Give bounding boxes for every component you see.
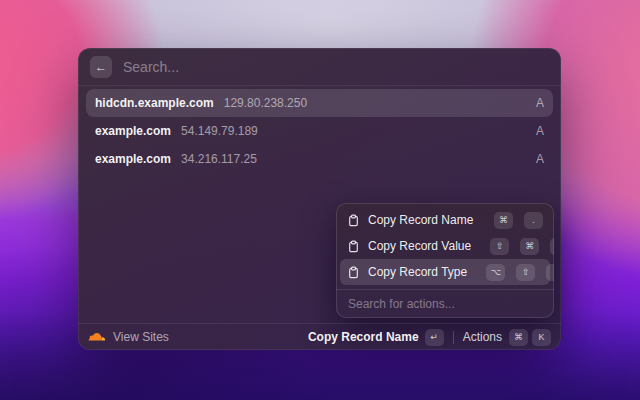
view-sites-label: View Sites [113,330,169,344]
action-item-copy-record-type[interactable]: Copy Record Type ⌥ ⇧ . [340,259,550,285]
keycap-shift: ⇧ [516,264,535,281]
keycap-k: K [532,329,551,346]
record-type-badge: A [536,152,544,166]
keycap-shift: ⇧ [490,238,509,255]
keycap-period: . [546,264,554,281]
record-value: 34.216.117.25 [181,152,257,166]
cloudflare-icon [88,332,106,343]
action-label: Copy Record Value [368,239,471,253]
record-name: example.com [95,124,171,138]
back-arrow-icon: ← [95,60,107,74]
keycap-period: . [550,238,554,255]
actions-search-input[interactable]: Search for actions... [336,290,554,318]
record-name: example.com [95,152,171,166]
record-type-badge: A [536,124,544,138]
status-bar: View Sites Copy Record Name ↵ Actions ⌘ … [78,323,561,350]
search-header: ← Search... [78,48,561,86]
clipboard-icon [347,240,360,253]
record-value: 129.80.238.250 [224,96,307,110]
record-row[interactable]: example.com 34.216.117.25 A [86,145,553,173]
back-button[interactable]: ← [90,56,112,78]
record-value: 54.149.79.189 [181,124,258,138]
record-row[interactable]: hidcdn.example.com 129.80.238.250 A [86,89,553,117]
action-label: Copy Record Name [368,213,473,227]
record-row[interactable]: example.com 54.149.79.189 A [86,117,553,145]
actions-list: Copy Record Name ⌘ . Copy Record Value ⇧… [336,203,554,289]
action-item-copy-record-value[interactable]: Copy Record Value ⇧ ⌘ . [340,233,550,259]
keycap-cmd: ⌘ [509,329,528,346]
clipboard-icon [347,266,360,279]
primary-action-label: Copy Record Name [308,330,419,344]
action-item-copy-record-name[interactable]: Copy Record Name ⌘ . [340,207,550,233]
primary-action-button[interactable]: Copy Record Name ↵ [308,329,444,346]
keycap-cmd: ⌘ [520,238,539,255]
actions-button-label: Actions [463,330,502,344]
keycap-period: . [524,212,543,229]
launcher-window: ← Search... hidcdn.example.com 129.80.23… [78,48,561,350]
clipboard-icon [347,214,360,227]
actions-popover: Copy Record Name ⌘ . Copy Record Value ⇧… [336,203,554,318]
actions-button[interactable]: Actions ⌘ K [463,329,551,346]
action-label: Copy Record Type [368,265,467,279]
search-input[interactable]: Search... [123,59,179,75]
keycap-cmd: ⌘ [494,212,513,229]
record-list: hidcdn.example.com 129.80.238.250 A exam… [78,86,561,176]
record-type-badge: A [536,96,544,110]
keycap-option: ⌥ [486,264,505,281]
footer-divider [453,331,454,344]
keycap-return: ↵ [425,329,444,346]
record-name: hidcdn.example.com [95,96,214,110]
